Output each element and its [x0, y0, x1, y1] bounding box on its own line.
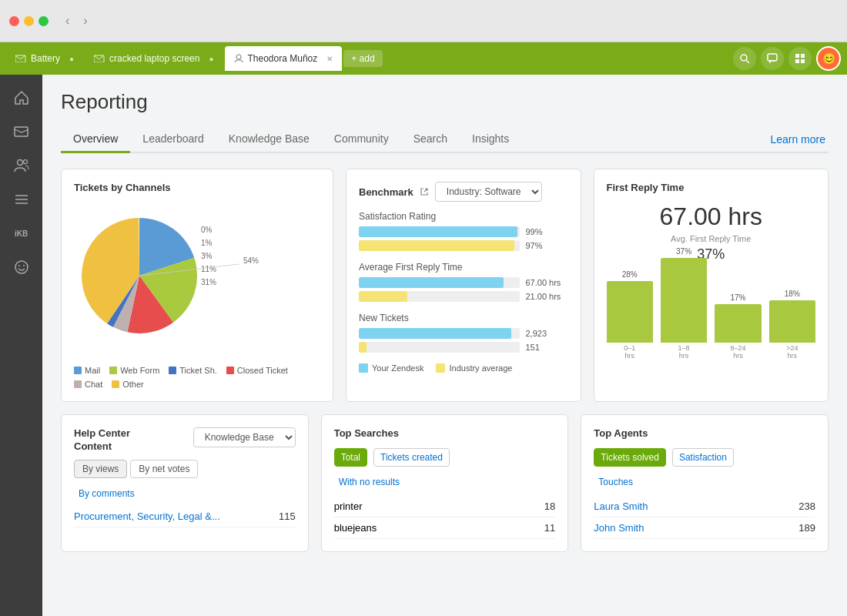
top-agents-card: Top Agents Tickets solved Satisfaction T… — [581, 414, 829, 552]
tab-cracked[interactable]: cracked laptop screen ● — [85, 46, 223, 71]
bar-24plus-label: >24hrs — [786, 344, 798, 360]
svg-line-21 — [139, 264, 239, 276]
tab-battery[interactable]: Battery ● — [6, 46, 83, 71]
total-tab[interactable]: Total — [334, 448, 367, 467]
svg-line-4 — [746, 60, 749, 63]
reply-time-fill-industry — [359, 291, 407, 302]
by-net-votes-tab[interactable]: By net votes — [130, 460, 198, 478]
svg-point-18 — [15, 261, 28, 273]
touches-link[interactable]: Touches — [594, 474, 638, 490]
satisfaction-bar-industry: 97% — [359, 240, 568, 251]
grid-tab-button[interactable] — [788, 47, 812, 70]
envelope-icon2 — [94, 55, 105, 62]
forward-arrow[interactable]: › — [83, 14, 87, 28]
add-tab-button[interactable]: + add — [343, 50, 382, 67]
search-val-printer: 18 — [544, 500, 555, 512]
other-dot — [112, 380, 119, 388]
satisfaction-tab[interactable]: Satisfaction — [672, 448, 734, 467]
tickets-created-tab[interactable]: Tickets created — [373, 448, 450, 467]
tickets-solved-tab[interactable]: Tickets solved — [594, 448, 666, 467]
chat-dot — [74, 380, 82, 388]
bar-1-8-label: 1–8hrs — [678, 344, 690, 360]
bar-1-8-pct: 37% — [676, 247, 691, 256]
nav-arrows: ‹ › — [65, 14, 88, 28]
benchmark-satisfaction: Satisfaction Rating 99% 97% — [359, 211, 568, 251]
satisfaction-bar-your: 99% — [359, 226, 568, 237]
tab-overview[interactable]: Overview — [61, 126, 130, 153]
satisfaction-track-industry — [359, 240, 520, 251]
tab-theodora-close[interactable]: ✕ — [326, 55, 333, 63]
envelope-icon — [15, 55, 26, 62]
legend-chat-label: Chat — [85, 380, 102, 389]
tab-knowledge-base[interactable]: Knowledge Base — [216, 126, 322, 153]
help-center-select[interactable]: Knowledge Base — [193, 427, 296, 447]
learn-more-link[interactable]: Learn more — [770, 133, 829, 146]
tab-community[interactable]: Community — [322, 126, 401, 153]
feedback-icon — [14, 259, 29, 275]
satisfaction-fill-industry — [359, 240, 514, 251]
legend-other-label: Other — [122, 380, 144, 389]
chat-tab-button[interactable] — [761, 47, 784, 70]
benchmark-industry-select[interactable]: Industry: Software — [435, 182, 542, 202]
svg-point-19 — [18, 265, 20, 266]
svg-point-14 — [23, 160, 27, 164]
sidebar-item-users[interactable] — [6, 150, 37, 181]
bar-0-1-pct: 28% — [622, 270, 638, 279]
home-icon — [14, 90, 29, 105]
tab-theodora[interactable]: Theodora Muñoz ✕ — [225, 46, 343, 71]
first-reply-time-card: First Reply Time 67.00 hrs Avg. First Re… — [594, 169, 829, 402]
with-no-results-link[interactable]: With no results — [334, 474, 404, 490]
tab-search[interactable]: Search — [401, 126, 460, 153]
mail-dot — [74, 367, 82, 374]
new-tickets-bar-industry: 151 — [359, 342, 568, 353]
sidebar-item-home[interactable] — [6, 82, 37, 113]
help-center-row-label[interactable]: Procurement, Security, Legal &... — [74, 511, 220, 522]
maximize-btn[interactable] — [38, 16, 49, 26]
help-center-card: Help CenterContent Knowledge Base By vie… — [61, 414, 309, 552]
new-tickets-fill-industry — [359, 342, 367, 353]
avatar-image: 😊 — [818, 48, 839, 69]
tab-battery-close[interactable]: ● — [69, 55, 74, 63]
reply-time-val-your: 67.00 hrs — [526, 278, 568, 287]
bar-0-1-label: 0–1hrs — [624, 344, 635, 360]
external-link-icon — [420, 187, 429, 196]
back-arrow[interactable]: ‹ — [65, 14, 69, 28]
your-label: Your Zendesk — [372, 363, 424, 373]
by-views-tab[interactable]: By views — [74, 460, 127, 478]
agent-label-laura[interactable]: Laura Smith — [594, 500, 648, 512]
avatar-button[interactable]: 😊 — [816, 46, 841, 71]
agent-row-john: John Smith 189 — [594, 517, 815, 539]
by-comments-link[interactable]: By comments — [74, 485, 139, 502]
agent-val-laura: 238 — [798, 500, 815, 512]
sidebar-item-tickets[interactable] — [6, 116, 37, 147]
tickets-icon — [14, 126, 29, 138]
bar-24plus-col — [769, 300, 815, 343]
tab-leaderboard[interactable]: Leaderboard — [130, 126, 216, 153]
grid-icon — [795, 53, 805, 64]
your-dot — [359, 363, 368, 373]
frt-value: 67.00 hrs — [607, 203, 816, 231]
svg-point-13 — [17, 160, 22, 166]
tab-cracked-close[interactable]: ● — [209, 55, 213, 63]
reply-time-bar-your: 67.00 hrs — [359, 277, 568, 288]
tab-battery-label: Battery — [31, 53, 60, 64]
agent-label-john[interactable]: John Smith — [594, 522, 644, 534]
tab-insights[interactable]: Insights — [460, 126, 521, 153]
satisfaction-track-your — [359, 226, 520, 237]
with-no-results-wrap: With no results — [334, 474, 556, 488]
minimize-btn[interactable] — [24, 16, 34, 26]
sidebar-item-feedback[interactable] — [6, 252, 37, 283]
bar-0-1-col — [607, 281, 653, 343]
help-center-title: Help CenterContent — [74, 427, 130, 454]
new-tickets-bar-your: 2,923 — [359, 328, 568, 339]
svg-rect-9 — [801, 59, 805, 63]
search-tab-button[interactable] — [733, 47, 756, 70]
bar-0-1hrs: 28% 0–1hrs — [607, 270, 653, 360]
sidebar-item-ikb[interactable]: iKB — [6, 218, 37, 249]
new-tickets-track-industry — [359, 342, 520, 353]
benchmark-header: Benchmark Industry: Software — [359, 182, 568, 202]
industry-label: Industry average — [449, 363, 512, 373]
sidebar-item-list[interactable] — [6, 184, 37, 215]
list-icon — [15, 193, 28, 206]
close-btn[interactable] — [9, 16, 19, 26]
